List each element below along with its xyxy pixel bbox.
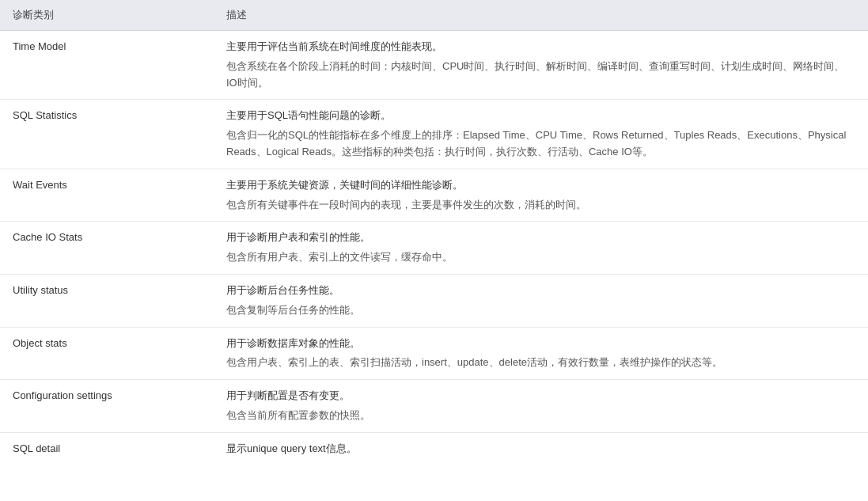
description-cell: 用于诊断后台任务性能。包含复制等后台任务的性能。	[214, 274, 868, 327]
table-row: Utility status用于诊断后台任务性能。包含复制等后台任务的性能。	[0, 274, 868, 327]
category-cell: Configuration settings	[0, 380, 214, 433]
category-cell: Object stats	[0, 327, 214, 380]
main-table: 诊断类别 描述 Time Model主要用于评估当前系统在时间维度的性能表现。包…	[0, 0, 868, 469]
desc-secondary-text: 包含所有用户表、索引上的文件读写，缓存命中。	[226, 249, 855, 266]
table-row: Configuration settings用于判断配置是否有变更。包含当前所有…	[0, 380, 868, 433]
desc-primary-text: 主要用于评估当前系统在时间维度的性能表现。	[226, 39, 855, 55]
table-row: Time Model主要用于评估当前系统在时间维度的性能表现。包含系统在各个阶段…	[0, 31, 868, 100]
description-cell: 显示unique query text信息。	[214, 432, 868, 468]
table-row: Cache IO Stats用于诊断用户表和索引的性能。包含所有用户表、索引上的…	[0, 222, 868, 275]
category-cell: Wait Events	[0, 169, 214, 222]
table-row: Object stats用于诊断数据库对象的性能。包含用户表、索引上的表、索引扫…	[0, 327, 868, 380]
description-cell: 用于诊断用户表和索引的性能。包含所有用户表、索引上的文件读写，缓存命中。	[214, 222, 868, 275]
category-cell: Utility status	[0, 274, 214, 327]
description-cell: 主要用于SQL语句性能问题的诊断。包含归一化的SQL的性能指标在多个维度上的排序…	[214, 100, 868, 169]
category-cell: SQL detail	[0, 432, 214, 468]
description-cell: 主要用于评估当前系统在时间维度的性能表现。包含系统在各个阶段上消耗的时间：内核时…	[214, 31, 868, 100]
table-row: SQL detail显示unique query text信息。	[0, 432, 868, 468]
desc-secondary-text: 包含系统在各个阶段上消耗的时间：内核时间、CPU时间、执行时间、解析时间、编译时…	[226, 59, 855, 92]
category-cell: Time Model	[0, 31, 214, 100]
desc-primary-text: 显示unique query text信息。	[226, 441, 855, 457]
description-cell: 用于诊断数据库对象的性能。包含用户表、索引上的表、索引扫描活动，insert、u…	[214, 327, 868, 380]
category-cell: SQL Statistics	[0, 100, 214, 169]
table-row: SQL Statistics主要用于SQL语句性能问题的诊断。包含归一化的SQL…	[0, 100, 868, 169]
desc-primary-text: 用于判断配置是否有变更。	[226, 388, 855, 404]
desc-secondary-text: 包含当前所有配置参数的快照。	[226, 408, 855, 424]
description-cell: 用于判断配置是否有变更。包含当前所有配置参数的快照。	[214, 380, 868, 433]
desc-secondary-text: 包含归一化的SQL的性能指标在多个维度上的排序：Elapsed Time、CPU…	[226, 127, 855, 161]
desc-primary-text: 主要用于系统关键资源，关键时间的详细性能诊断。	[226, 177, 855, 194]
category-cell: Cache IO Stats	[0, 222, 214, 275]
table-row: Wait Events主要用于系统关键资源，关键时间的详细性能诊断。包含所有关键…	[0, 169, 868, 222]
desc-primary-text: 用于诊断数据库对象的性能。	[226, 336, 855, 352]
desc-primary-text: 用于诊断后台任务性能。	[226, 283, 855, 299]
desc-primary-text: 用于诊断用户表和索引的性能。	[226, 230, 855, 246]
description-cell: 主要用于系统关键资源，关键时间的详细性能诊断。包含所有关键事件在一段时间内的表现…	[214, 169, 868, 222]
table-header-row: 诊断类别 描述	[0, 0, 868, 31]
desc-primary-text: 主要用于SQL语句性能问题的诊断。	[226, 108, 855, 124]
desc-secondary-text: 包含用户表、索引上的表、索引扫描活动，insert、update、delete活…	[226, 355, 855, 371]
desc-secondary-text: 包含所有关键事件在一段时间内的表现，主要是事件发生的次数，消耗的时间。	[226, 197, 855, 214]
desc-secondary-text: 包含复制等后台任务的性能。	[226, 302, 855, 319]
col-category-header: 诊断类别	[0, 0, 214, 31]
col-desc-header: 描述	[214, 0, 868, 31]
